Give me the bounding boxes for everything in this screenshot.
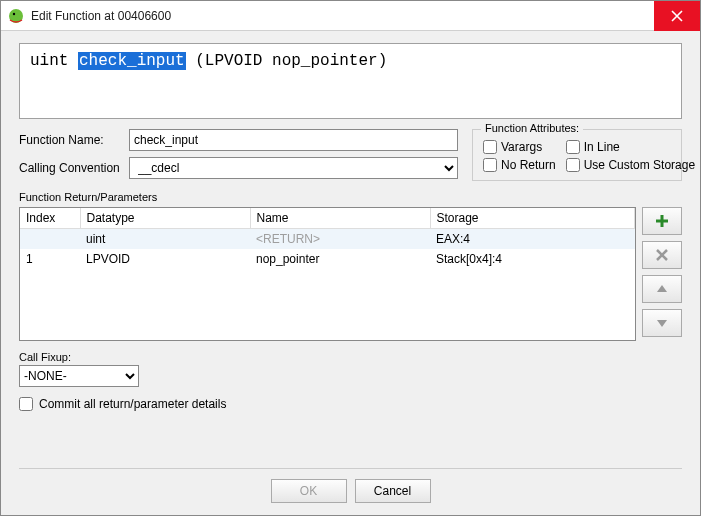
move-down-button[interactable]	[642, 309, 682, 337]
move-up-button[interactable]	[642, 275, 682, 303]
calling-convention-select[interactable]: __cdecl	[129, 157, 458, 179]
col-index[interactable]: Index	[20, 208, 80, 229]
sig-return-type: uint	[30, 52, 68, 70]
function-name-row: Function Name:	[19, 129, 458, 151]
col-datatype[interactable]: Datatype	[80, 208, 250, 229]
commit-checkbox[interactable]: Commit all return/parameter details	[19, 397, 682, 411]
svg-point-1	[13, 12, 15, 14]
window-title: Edit Function at 00406600	[31, 9, 654, 23]
custom-storage-checkbox[interactable]: Use Custom Storage	[566, 158, 695, 172]
remove-param-button[interactable]	[642, 241, 682, 269]
varargs-checkbox[interactable]: Varargs	[483, 140, 556, 154]
dialog-body: uint check_input (LPVOID nop_pointer) Fu…	[1, 31, 700, 515]
param-side-buttons	[642, 207, 682, 337]
sig-p1-type: LPVOID	[205, 52, 263, 70]
call-fixup-row: Call Fixup: -NONE-	[19, 351, 682, 387]
col-storage[interactable]: Storage	[430, 208, 635, 229]
sig-function-name: check_input	[78, 52, 186, 70]
table-header-row: Index Datatype Name Storage	[20, 208, 635, 229]
sig-open: (	[186, 52, 205, 70]
close-button[interactable]	[654, 1, 700, 31]
dialog-window: Edit Function at 00406600 uint check_inp…	[0, 0, 701, 516]
cancel-button[interactable]: Cancel	[355, 479, 431, 503]
titlebar: Edit Function at 00406600	[1, 1, 700, 31]
params-section: Function Return/Parameters Index Datatyp…	[19, 191, 682, 341]
dialog-footer: OK Cancel	[19, 468, 682, 515]
add-param-button[interactable]	[642, 207, 682, 235]
params-table[interactable]: Index Datatype Name Storage uint <RETURN…	[19, 207, 636, 341]
calling-convention-label: Calling Convention	[19, 161, 119, 175]
commit-label: Commit all return/parameter details	[39, 397, 226, 411]
noreturn-checkbox[interactable]: No Return	[483, 158, 556, 172]
col-name[interactable]: Name	[250, 208, 430, 229]
call-fixup-label: Call Fixup:	[19, 351, 682, 363]
sig-close: )	[378, 52, 388, 70]
inline-checkbox[interactable]: In Line	[566, 140, 695, 154]
function-attributes-title: Function Attributes:	[481, 122, 583, 134]
function-name-label: Function Name:	[19, 133, 119, 147]
params-label: Function Return/Parameters	[19, 191, 682, 203]
table-row[interactable]: 1 LPVOID nop_pointer Stack[0x4]:4	[20, 249, 635, 269]
signature-preview[interactable]: uint check_input (LPVOID nop_pointer)	[19, 43, 682, 119]
function-name-input[interactable]	[129, 129, 458, 151]
ghidra-icon	[7, 7, 25, 25]
ok-button[interactable]: OK	[271, 479, 347, 503]
mid-left: Function Name: Calling Convention __cdec…	[19, 129, 458, 179]
function-attributes-group: Function Attributes: Varargs In Line No …	[472, 129, 682, 181]
table-row[interactable]: uint <RETURN> EAX:4	[20, 229, 635, 250]
sig-p1-name: nop_pointer	[262, 52, 377, 70]
calling-convention-row: Calling Convention __cdecl	[19, 157, 458, 179]
call-fixup-select[interactable]: -NONE-	[19, 365, 139, 387]
mid-row: Function Name: Calling Convention __cdec…	[19, 129, 682, 181]
